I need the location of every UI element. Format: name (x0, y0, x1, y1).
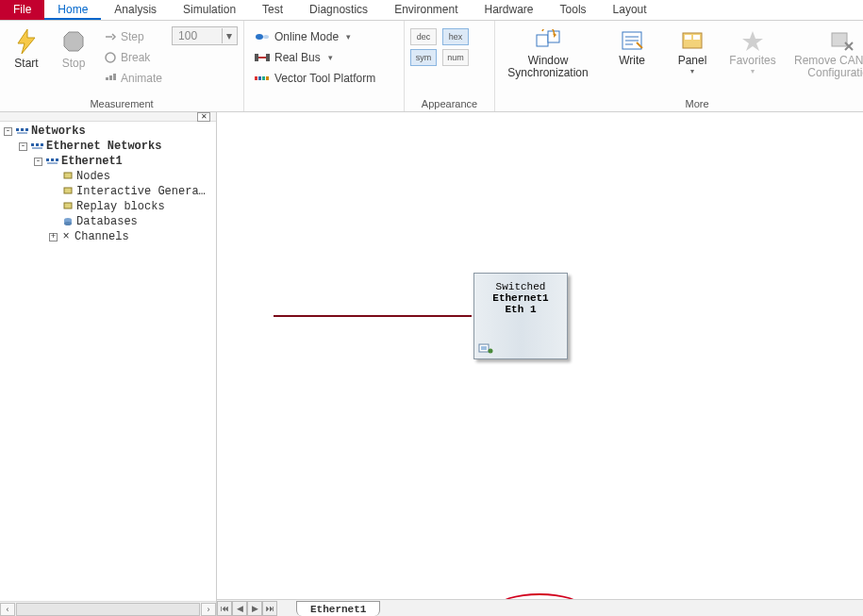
tree-channels[interactable]: Channels (75, 230, 129, 243)
tree-expander[interactable]: - (34, 158, 42, 166)
menu-tab-bar: File Home Analysis Simulation Test Diagn… (0, 0, 863, 21)
svg-rect-31 (25, 128, 28, 131)
lightning-icon (13, 28, 40, 55)
scroll-thumb[interactable] (16, 603, 200, 616)
online-mode-icon (254, 31, 271, 42)
svg-rect-26 (832, 33, 847, 46)
tree-eth-networks[interactable]: Ethernet Networks (46, 140, 161, 153)
scroll-left-icon[interactable]: ‹ (0, 603, 15, 616)
svg-rect-39 (56, 158, 58, 161)
tree-nodes[interactable]: Nodes (76, 170, 110, 183)
svg-rect-4 (109, 75, 112, 80)
appearance-dec[interactable]: dec (410, 28, 437, 45)
tree-expander[interactable]: - (19, 142, 27, 151)
svg-point-6 (256, 34, 263, 40)
favorites-button[interactable]: Favorites ▾ (729, 26, 776, 75)
svg-marker-1 (64, 32, 83, 51)
tab-nav-last[interactable]: ⏭ (262, 601, 277, 616)
step-button[interactable]: Step (100, 26, 166, 47)
window-sync-label2: Synchronization (507, 67, 588, 79)
channel-icon: × (60, 230, 72, 243)
workspace: ✕ - Networks - Ethernet Networks - Ether… (0, 112, 863, 616)
device-node[interactable]: Switched Ethernet1 Eth 1 (473, 273, 568, 359)
group-label-measurement: Measurement (6, 98, 238, 111)
star-icon (739, 28, 766, 55)
panel-label: Panel (678, 55, 707, 67)
scroll-right-icon[interactable]: › (201, 603, 216, 616)
write-label: Write (619, 55, 645, 67)
sheet-tab-ethernet1[interactable]: Ethernet1 (296, 601, 380, 616)
menu-tab-environment[interactable]: Environment (381, 0, 471, 20)
tab-nav-first[interactable]: ⏮ (217, 601, 232, 616)
menu-tab-file[interactable]: File (0, 0, 44, 20)
svg-rect-43 (64, 203, 72, 208)
animate-button[interactable]: Animate (100, 68, 166, 89)
appearance-hex[interactable]: hex (442, 28, 469, 45)
animate-label: Animate (121, 72, 162, 85)
appearance-sym[interactable]: sym (410, 49, 437, 66)
tree-databases[interactable]: Databases (76, 215, 138, 228)
chevron-down-icon: ▾ (324, 53, 333, 62)
stop-button[interactable]: Stop (53, 26, 94, 70)
menu-tab-analysis[interactable]: Analysis (101, 0, 170, 20)
menu-tab-simulation[interactable]: Simulation (170, 0, 249, 20)
tree-header: ✕ (0, 112, 216, 122)
tree-networks[interactable]: Networks (31, 125, 86, 138)
close-icon[interactable]: ✕ (197, 112, 210, 122)
menu-tab-diagnostics[interactable]: Diagnostics (296, 0, 381, 20)
svg-rect-37 (46, 158, 49, 161)
remove-canopen-button[interactable]: Remove CANopen Configuration (789, 26, 863, 79)
tab-nav-prev[interactable]: ◀ (232, 601, 247, 616)
chevron-down-icon: ▾ (690, 67, 694, 75)
ribbon: Start Stop Step B (0, 21, 863, 112)
real-bus-button[interactable]: Real Bus ▾ (250, 47, 398, 68)
stop-label: Stop (62, 57, 86, 70)
svg-rect-23 (685, 35, 691, 40)
networks-icon (30, 141, 43, 152)
menu-tab-layout[interactable]: Layout (600, 0, 660, 20)
tree-replay[interactable]: Replay blocks (76, 200, 165, 213)
tree-body[interactable]: - Networks - Ethernet Networks - Etherne… (0, 122, 216, 601)
device-line1: Switched (496, 281, 546, 292)
remove-config-icon (828, 28, 855, 55)
svg-rect-30 (21, 128, 24, 131)
svg-rect-48 (481, 346, 487, 350)
write-icon (619, 28, 645, 55)
group-label-appearance: Appearance (410, 98, 489, 111)
canvas[interactable]: Switched Ethernet1 Eth 1 ⏮ ◀ ▶ ⏭ Etherne… (217, 112, 863, 616)
break-icon (104, 51, 117, 64)
network-bus-line[interactable] (274, 315, 472, 317)
menu-tab-test[interactable]: Test (249, 0, 296, 20)
appearance-num[interactable]: num (442, 49, 469, 66)
start-button[interactable]: Start (6, 26, 47, 70)
svg-rect-13 (262, 76, 265, 80)
menu-tab-hardware[interactable]: Hardware (472, 0, 547, 20)
menu-tab-home[interactable]: Home (44, 0, 101, 20)
online-mode-button[interactable]: Online Mode ▾ (250, 26, 398, 47)
svg-marker-25 (742, 31, 763, 51)
tree-expander[interactable]: - (4, 127, 12, 136)
svg-point-2 (106, 53, 115, 62)
vector-tool-platform-button[interactable]: Vector Tool Platform (250, 68, 398, 89)
panel-button[interactable]: Panel ▾ (669, 26, 716, 75)
svg-rect-15 (537, 35, 548, 46)
step-value-combo[interactable]: 100 ▾ (172, 26, 238, 45)
panel-icon (679, 28, 705, 55)
write-button[interactable]: Write (608, 26, 656, 67)
replay-icon (62, 201, 74, 212)
stop-icon (60, 28, 87, 55)
tree-hscroll[interactable]: ‹ › (0, 601, 216, 616)
menu-tab-tools[interactable]: Tools (547, 0, 600, 20)
online-mode-label: Online Mode (274, 30, 339, 43)
window-sync-button[interactable]: Window Synchronization (501, 26, 595, 79)
node-icon (62, 171, 74, 182)
break-button[interactable]: Break (100, 47, 166, 68)
tree-expander[interactable]: + (49, 233, 58, 241)
tree-eth1[interactable]: Ethernet1 (61, 155, 123, 168)
svg-rect-33 (31, 143, 34, 146)
tab-nav-next[interactable]: ▶ (247, 601, 262, 616)
svg-rect-24 (693, 35, 700, 40)
step-label: Step (121, 30, 144, 43)
svg-rect-9 (255, 54, 258, 61)
tree-igen[interactable]: Interactive Genera… (76, 185, 206, 198)
